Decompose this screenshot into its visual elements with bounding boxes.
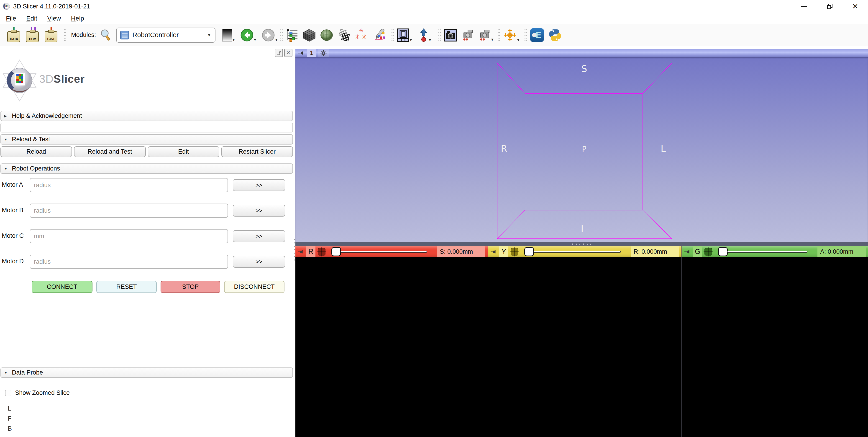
slider-track[interactable] [727,251,807,253]
slice-offset-slider-green[interactable] [718,247,815,256]
view-splitter[interactable] [296,242,868,246]
slice-letter-red[interactable]: R [306,246,315,257]
slice-offset-value-yellow: R: 0.000mm [631,246,679,257]
orientation-label-left: L [655,143,671,154]
show-zoomed-slice-checkbox[interactable] [5,390,11,396]
reload-button[interactable]: Reload [0,146,72,157]
motor-d-send-button[interactable]: >> [233,256,285,268]
slice-letter-yellow[interactable]: Y [499,246,508,257]
toolbar-separator [438,28,441,42]
motor-c-input[interactable] [30,229,228,243]
minimize-button[interactable] [792,0,817,13]
slice-viewport-yellow[interactable] [488,257,681,437]
menu-help[interactable]: Help [71,15,84,22]
stop-button[interactable]: STOP [161,281,220,293]
orientation-label-inferior: I [574,223,590,234]
module-history-icon [222,29,232,41]
slice-offset-slider-red[interactable] [331,247,435,256]
panel-splitter[interactable] [293,47,296,437]
slice-bar-green: G A: 0.000mm [682,246,868,257]
python-console-button[interactable] [549,29,562,42]
view3d-tab[interactable]: 1 [307,49,316,57]
module-history-button[interactable]: ▼ [222,29,232,41]
pin-icon[interactable] [491,250,497,254]
motor-a-input[interactable] [30,178,228,192]
scene-view-restore-button[interactable]: ▼ [478,29,491,41]
reload-and-test-button[interactable]: Reload and Test [74,146,146,157]
module-forward-button[interactable]: ▼ [262,29,275,41]
slice-offset-value-red: S: 0.000mm [437,246,485,257]
slice-offset-slider-yellow[interactable] [524,247,629,256]
subject-hierarchy-button[interactable] [286,29,298,42]
models-module-button[interactable] [320,29,333,41]
slice-visibility-icon[interactable] [510,248,518,256]
motor-b-label: Motor B [2,207,24,214]
motor-c-send-button[interactable]: >> [233,230,285,242]
annotations-module-button[interactable]: ✳ ✳ ✳ [355,28,369,42]
subject-hierarchy-icon [286,29,298,42]
crosshair-button[interactable]: ▼ [503,29,517,42]
dicom-button[interactable]: ⬇⬇ DCM [26,28,40,42]
restore-button[interactable] [817,0,842,13]
module-back-button[interactable]: ▼ [241,29,253,41]
scene-view-capture-button[interactable] [461,29,474,41]
save-button[interactable]: ⬇ SAVE [44,28,58,42]
pin-icon[interactable] [298,250,304,254]
section-data-probe[interactable]: ▼ Data Probe [0,368,293,378]
connect-button[interactable]: CONNECT [32,281,92,293]
slice-viewport-red[interactable] [296,257,488,437]
layout-selector-button[interactable]: ▼ [397,29,409,42]
reset-button[interactable]: RESET [96,281,157,293]
extensions-manager-button[interactable]: E [530,28,544,42]
panel-close-button[interactable]: ✕ [284,49,292,57]
edit-button[interactable]: Edit [148,146,219,157]
motor-b-send-button[interactable]: >> [233,205,285,216]
section-reload-test[interactable]: ▼ Reload & Test [0,134,293,145]
transforms-module-button[interactable] [338,29,350,41]
motor-d-input[interactable] [30,255,228,269]
module-search-button[interactable] [100,29,112,41]
motor-a-send-button[interactable]: >> [233,179,285,191]
slice-visibility-icon[interactable] [318,248,326,256]
collapse-open-icon: ▼ [4,138,12,141]
menu-bar: File Edit View Help [0,13,868,24]
slider-track[interactable] [533,251,621,253]
view3d-options-button[interactable] [318,49,329,57]
load-data-button[interactable]: ⬆ DATA [7,28,21,42]
toolbar-separator [391,28,394,42]
panel-popout-button[interactable] [275,49,283,57]
close-button[interactable]: ✕ [842,0,868,13]
slider-handle[interactable] [524,247,534,256]
disconnect-button[interactable]: DISCONNECT [224,281,284,293]
slider-handle[interactable] [331,247,341,256]
slider-handle[interactable] [718,247,728,256]
restart-slicer-button[interactable]: Restart Slicer [221,146,293,157]
slice-letter-green[interactable]: G [693,246,702,257]
section-help-acknowledgement[interactable]: ▶ Help & Acknowledgement [0,111,293,121]
menu-edit[interactable]: Edit [26,15,37,22]
title-bar: 3D Slicer 4.11.0-2019-01-21 ✕ [0,0,868,13]
slider-track[interactable] [340,251,427,253]
module-selector[interactable]: RobotController ▼ [116,28,215,42]
menu-view[interactable]: View [47,15,61,22]
markups-module-button[interactable] [373,29,386,41]
slice-viewport-green[interactable] [682,257,868,437]
pin-icon[interactable] [298,51,305,55]
motor-c-label: Motor C [2,232,24,239]
view3d-viewport[interactable]: S R P L I [296,57,868,242]
mouse-mode-icon [419,29,428,42]
collapse-open-icon: ▼ [4,167,12,171]
app-logo-icon [2,2,10,11]
probe-row-b: B [8,425,12,432]
menu-file[interactable]: File [6,15,16,22]
asterisk-icon: ✳ [355,33,360,41]
screenshot-button[interactable] [444,29,457,41]
slice-visibility-icon[interactable] [705,248,712,256]
pin-icon[interactable] [684,250,691,254]
mouse-mode-button[interactable]: ▼ [419,29,428,42]
volumes-module-button[interactable] [303,29,316,41]
section-robot-operations[interactable]: ▼ Robot Operations [0,164,293,174]
restore-icon [827,4,833,9]
popout-icon [277,51,281,55]
motor-b-input[interactable] [30,204,228,218]
